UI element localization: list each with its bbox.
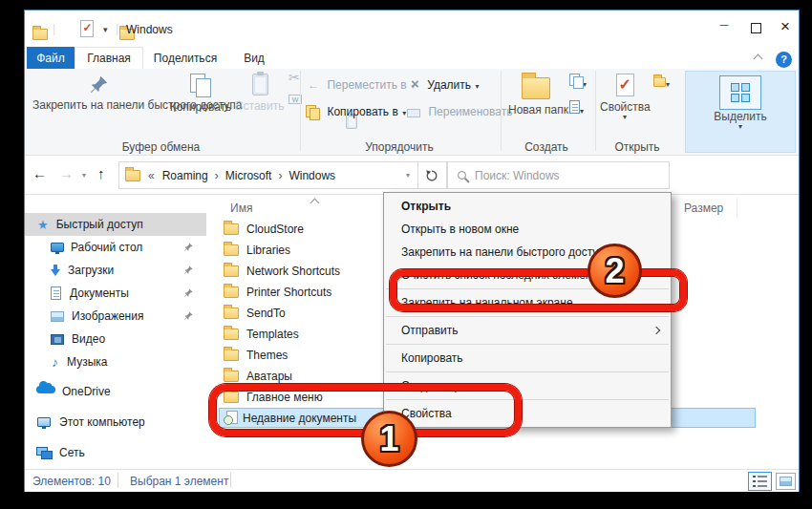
address-dropdown-icon[interactable]: ▾ bbox=[406, 172, 410, 180]
quick-access-star-icon: ★ bbox=[37, 218, 49, 232]
sidebar-item-downloads[interactable]: Загрузки bbox=[25, 259, 206, 282]
folder-icon bbox=[224, 350, 239, 361]
folder-icon bbox=[224, 286, 239, 298]
menu-item-send-to[interactable]: Отправить bbox=[384, 319, 671, 342]
status-divider bbox=[230, 473, 231, 488]
music-icon: ♪ bbox=[52, 354, 58, 370]
column-header-size[interactable]: Размер bbox=[684, 201, 723, 215]
tab-file[interactable]: Файл bbox=[27, 47, 75, 69]
screenshot-frame: | ✓ ▾ | Windows ─ × Файл Главная Поделит… bbox=[0, 0, 812, 509]
delete-button[interactable]: × Удалить ▾ bbox=[411, 75, 480, 93]
qat-properties-icon[interactable]: ✓ bbox=[80, 20, 94, 37]
new-folder-button[interactable]: Новая папка bbox=[508, 74, 564, 117]
qat-customize-chevron-icon[interactable]: ▾ bbox=[103, 26, 108, 33]
sidebar-item-quick-access[interactable]: ★ Быстрый доступ bbox=[25, 213, 206, 236]
annotation-badge-step1: 1 bbox=[361, 411, 417, 467]
group-divider bbox=[501, 71, 502, 151]
collapse-ribbon-icon[interactable] bbox=[754, 54, 763, 64]
group-divider bbox=[300, 71, 301, 151]
close-button[interactable]: × bbox=[778, 17, 793, 36]
address-folder-icon bbox=[125, 170, 140, 181]
network-icon bbox=[36, 447, 52, 458]
sidebar-item-network[interactable]: Сеть bbox=[25, 441, 206, 464]
sidebar-item-this-pc[interactable]: Этот компьютер bbox=[25, 411, 206, 434]
maximize-button[interactable] bbox=[751, 23, 761, 33]
pictures-icon bbox=[51, 311, 64, 322]
properties-button[interactable]: ✓ Свойства ▾ bbox=[600, 72, 650, 121]
search-input[interactable] bbox=[475, 169, 656, 182]
menu-item-open[interactable]: Открыть bbox=[384, 195, 671, 218]
select-grid-icon bbox=[719, 75, 761, 110]
pin-icon bbox=[183, 287, 194, 298]
this-pc-icon bbox=[37, 417, 51, 427]
minimize-button[interactable]: ─ bbox=[715, 18, 734, 32]
move-to-icon: ← bbox=[308, 78, 319, 92]
address-bar[interactable]: « Roaming › Microsoft › Windows ▾ bbox=[118, 161, 418, 189]
group-divider bbox=[595, 71, 596, 151]
breadcrumb-roaming[interactable]: Roaming bbox=[162, 169, 208, 182]
recent-locations-chevron-icon[interactable]: ▾ bbox=[82, 172, 86, 180]
breadcrumb-windows[interactable]: Windows bbox=[288, 169, 335, 182]
menu-item-copy[interactable]: Копировать bbox=[384, 347, 671, 370]
titlebar-divider2: | bbox=[116, 22, 118, 35]
sidebar-item-documents[interactable]: Документы bbox=[25, 282, 206, 305]
sidebar-item-pictures[interactable]: Изображения bbox=[25, 305, 206, 328]
easy-access-icon[interactable]: ▾ bbox=[569, 74, 587, 91]
pin-to-quick-access-button[interactable]: Закрепить на панели быстрого доступа bbox=[32, 72, 166, 138]
paste-icon bbox=[252, 74, 268, 95]
copy-button[interactable]: Копировать bbox=[168, 72, 233, 138]
search-icon bbox=[458, 171, 466, 180]
open-with-icon[interactable]: ▾ bbox=[653, 74, 670, 91]
paste-button: Вставить bbox=[235, 72, 285, 138]
forward-icon: → bbox=[59, 165, 74, 181]
annotation-rect-step2 bbox=[390, 269, 687, 311]
details-view-icon bbox=[753, 476, 756, 488]
tab-home[interactable]: Главная bbox=[75, 47, 143, 69]
breadcrumb-microsoft[interactable]: Microsoft bbox=[225, 169, 272, 182]
breadcrumb-overflow[interactable]: « bbox=[148, 169, 155, 182]
details-view-button[interactable] bbox=[748, 472, 772, 491]
crumb-separator-icon: › bbox=[278, 169, 282, 182]
refresh-icon bbox=[425, 169, 438, 182]
tab-share[interactable]: Поделиться bbox=[143, 47, 227, 69]
sidebar-item-music[interactable]: ♪ Музыка bbox=[25, 350, 206, 373]
sort-ascending-icon bbox=[310, 199, 320, 208]
menu-separator bbox=[386, 316, 669, 317]
rename-icon bbox=[407, 109, 420, 117]
new-item-icon[interactable]: ▾ bbox=[569, 100, 584, 117]
desktop-icon bbox=[51, 243, 64, 252]
titlebar-divider: | bbox=[53, 22, 55, 35]
cut-icon: ✂ bbox=[288, 70, 300, 85]
status-selected-count: Выбран 1 элемент bbox=[130, 475, 228, 488]
pin-icon bbox=[183, 310, 194, 321]
app-folder-icon bbox=[32, 29, 48, 40]
thumbnails-view-icon bbox=[780, 477, 792, 486]
menu-separator bbox=[386, 344, 669, 345]
column-header-name[interactable]: Имя bbox=[230, 201, 252, 215]
new-folder-icon bbox=[522, 77, 550, 99]
help-icon[interactable]: ? bbox=[776, 52, 792, 68]
sidebar-item-onedrive[interactable]: OneDrive bbox=[25, 380, 206, 403]
sidebar-item-desktop[interactable]: Рабочий стол bbox=[25, 236, 206, 259]
clipboard-group-label: Буфер обмена bbox=[25, 140, 297, 154]
pin-icon bbox=[183, 242, 194, 252]
tab-view[interactable]: Вид bbox=[227, 47, 281, 69]
move-to-button: ← Переместить в ▾ bbox=[308, 75, 415, 93]
menu-item-open-new-window[interactable]: Открыть в новом окне bbox=[384, 218, 671, 241]
select-button[interactable]: Выделить ▾ bbox=[685, 71, 796, 153]
sidebar-item-videos[interactable]: Видео bbox=[25, 328, 206, 350]
create-group-label: Создать bbox=[501, 140, 592, 154]
up-icon[interactable]: ↑ bbox=[97, 165, 105, 181]
window-title: Windows bbox=[126, 23, 173, 36]
refresh-button[interactable] bbox=[417, 161, 447, 189]
rename-button: Переименовать bbox=[407, 102, 512, 119]
folder-icon bbox=[224, 265, 239, 277]
column-divider bbox=[737, 198, 737, 219]
folder-icon bbox=[224, 329, 239, 340]
thumbnails-view-button[interactable] bbox=[776, 473, 796, 490]
status-item-count: Элементов: 10 bbox=[32, 475, 111, 488]
copy-to-button[interactable]: Копировать в ▾ bbox=[306, 102, 406, 119]
status-divider bbox=[118, 473, 118, 488]
back-icon[interactable]: ← bbox=[32, 165, 47, 181]
search-box[interactable] bbox=[447, 161, 670, 189]
